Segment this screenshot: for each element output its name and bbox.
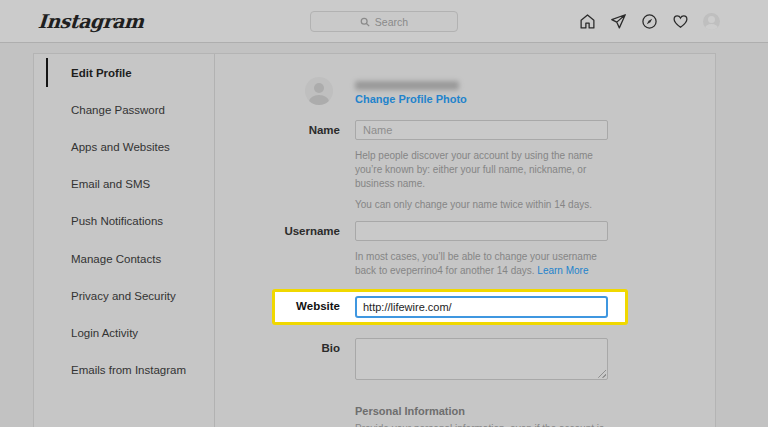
profile-photo-avatar[interactable] bbox=[305, 77, 333, 105]
name-label: Name bbox=[215, 120, 340, 212]
website-field[interactable] bbox=[355, 296, 608, 318]
change-profile-photo-link[interactable]: Change Profile Photo bbox=[355, 93, 467, 105]
sidebar-item-edit-profile[interactable]: Edit Profile bbox=[34, 54, 214, 91]
sidebar-item-push-notifications[interactable]: Push Notifications bbox=[34, 203, 214, 240]
username-field[interactable] bbox=[355, 221, 608, 241]
personal-information-title: Personal Information bbox=[355, 405, 608, 417]
nav-icons bbox=[579, 13, 720, 30]
bio-label: Bio bbox=[215, 338, 340, 380]
direct-icon[interactable] bbox=[610, 13, 627, 30]
edit-profile-panel: Change Profile Photo Name Help people di… bbox=[215, 54, 715, 427]
profile-header: Change Profile Photo bbox=[305, 77, 715, 105]
website-row-highlight: Website bbox=[215, 289, 715, 325]
sidebar-item-manage-contacts[interactable]: Manage Contacts bbox=[34, 240, 214, 277]
name-field[interactable] bbox=[355, 120, 608, 140]
name-row: Name Help people discover your account b… bbox=[215, 120, 715, 212]
sidebar-item-change-password[interactable]: Change Password bbox=[34, 91, 214, 128]
settings-card: Edit Profile Change Password Apps and We… bbox=[33, 53, 716, 427]
activity-icon[interactable] bbox=[672, 13, 689, 30]
sidebar-item-emails-from-instagram[interactable]: Emails from Instagram bbox=[34, 352, 214, 389]
instagram-logo[interactable]: Instagram bbox=[37, 10, 144, 32]
sidebar-item-privacy-and-security[interactable]: Privacy and Security bbox=[34, 277, 214, 314]
sidebar-item-apps-and-websites[interactable]: Apps and Websites bbox=[34, 128, 214, 165]
personal-information-text: Provide your personal information, even … bbox=[355, 422, 608, 427]
settings-sidebar: Edit Profile Change Password Apps and We… bbox=[34, 54, 215, 427]
name-help-text: Help people discover your account by usi… bbox=[355, 149, 608, 190]
explore-icon[interactable] bbox=[641, 13, 658, 30]
profile-icon[interactable] bbox=[703, 13, 720, 30]
home-icon[interactable] bbox=[579, 13, 596, 30]
bio-row: Bio bbox=[215, 338, 715, 380]
personal-information-section: Personal Information Provide your person… bbox=[215, 405, 715, 427]
search-icon bbox=[360, 17, 370, 27]
search-placeholder: Search bbox=[375, 16, 408, 28]
username-blurred bbox=[355, 81, 459, 90]
name-help-text-2: You can only change your name twice with… bbox=[355, 198, 608, 212]
username-row: Username In most cases, you’ll be able t… bbox=[215, 221, 715, 278]
username-label: Username bbox=[215, 221, 340, 278]
sidebar-item-email-and-sms[interactable]: Email and SMS bbox=[34, 166, 214, 203]
sidebar-item-login-activity[interactable]: Login Activity bbox=[34, 314, 214, 351]
learn-more-link[interactable]: Learn More bbox=[537, 265, 588, 276]
bio-field[interactable] bbox=[355, 338, 608, 380]
top-nav: Instagram Search bbox=[0, 0, 768, 43]
search-input[interactable]: Search bbox=[310, 11, 458, 32]
username-help-text: In most cases, you’ll be able to change … bbox=[355, 250, 608, 278]
website-label: Website bbox=[215, 296, 340, 318]
